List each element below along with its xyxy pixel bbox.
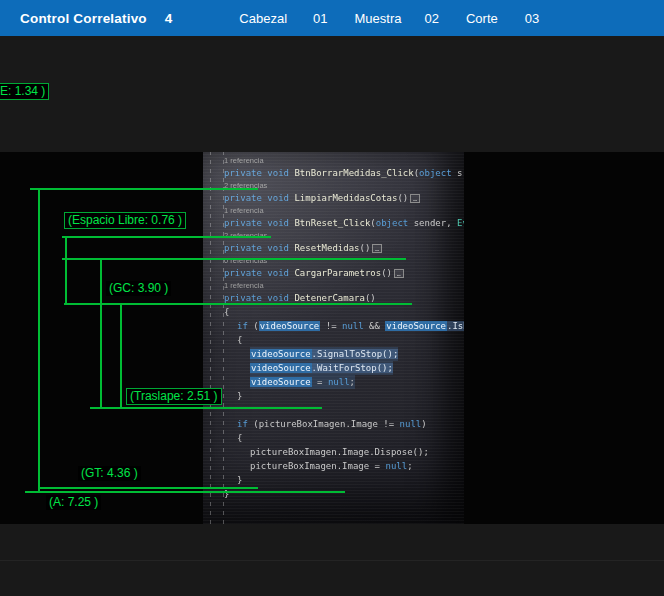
code-line: { bbox=[211, 431, 464, 445]
measurement-label-e: (E: 1.34 ) bbox=[0, 83, 49, 100]
code-line: 0 referencias bbox=[211, 255, 464, 266]
code-line: if (videoSource != null && videoSource.I… bbox=[211, 319, 464, 333]
bottom-divider bbox=[0, 560, 664, 561]
measurement-label-gt: (GT: 4.36 ) bbox=[78, 466, 141, 481]
code-line: private void BtnReset_Click(object sende… bbox=[211, 216, 464, 230]
code-line: videoSource = null; bbox=[211, 375, 464, 389]
field-value-cabezal: 01 bbox=[313, 11, 327, 26]
measurement-label-traslape: (Traslape: 2.51 ) bbox=[126, 388, 222, 405]
code-line: 1 referencia bbox=[211, 155, 464, 166]
code-line: pictureBoxImagen.Image.Dispose(); bbox=[211, 445, 464, 459]
code-line: } bbox=[211, 487, 464, 501]
measurement-label-a: (A: 7.25 ) bbox=[46, 495, 101, 510]
measurement-line bbox=[120, 303, 122, 407]
code-line: private void ResetMedidas()… bbox=[211, 241, 464, 255]
code-line: } bbox=[211, 473, 464, 487]
measurement-line bbox=[38, 188, 40, 491]
field-label-cabezal: Cabezal bbox=[239, 11, 287, 26]
app-title: Control Correlativo bbox=[20, 11, 147, 26]
measurement-label-gc: (GC: 3.90 ) bbox=[106, 281, 171, 296]
measurement-label-espacio-libre: (Espacio Libre: 0.76 ) bbox=[64, 212, 186, 229]
measurement-stage: 1 referenciaprivate void BtnBorrarMedida… bbox=[0, 36, 664, 596]
code-line: videoSource.SignalToStop(); bbox=[211, 347, 464, 361]
code-line: 1 referencia bbox=[211, 205, 464, 216]
code-line: private void CargarParametros()… bbox=[211, 266, 464, 280]
field-value-corte: 03 bbox=[525, 11, 539, 26]
measurement-line bbox=[90, 407, 322, 409]
measurement-line bbox=[65, 236, 67, 305]
code-line: { bbox=[211, 333, 464, 347]
measurement-line bbox=[62, 236, 271, 238]
code-line bbox=[211, 403, 464, 417]
code-lines: 1 referenciaprivate void BtnBorrarMedida… bbox=[211, 155, 464, 501]
code-line: { bbox=[211, 305, 464, 319]
measurement-line bbox=[38, 487, 258, 489]
code-line: if (pictureBoxImagen.Image != null) bbox=[211, 417, 464, 431]
field-label-muestra: Muestra bbox=[355, 11, 402, 26]
field-value-muestra: 02 bbox=[424, 11, 438, 26]
measurement-line bbox=[62, 258, 406, 260]
measurement-line bbox=[30, 188, 258, 190]
measurement-line bbox=[64, 303, 412, 305]
correlative-number: 4 bbox=[165, 11, 173, 26]
code-line: } bbox=[211, 389, 464, 403]
code-line: private void BtnBorrarMedidas_Click(obje… bbox=[211, 166, 464, 180]
code-line: private void LimpiarMedidasCotas()… bbox=[211, 191, 464, 205]
code-line: 1 referencia bbox=[211, 280, 464, 291]
measurement-line bbox=[25, 491, 345, 493]
code-line: videoSource.WaitForStop(); bbox=[211, 361, 464, 375]
app-header: Control Correlativo 4 Cabezal 01 Muestra… bbox=[0, 0, 664, 36]
measurement-line bbox=[100, 258, 102, 407]
code-line: pictureBoxImagen.Image = null; bbox=[211, 459, 464, 473]
monitor-photo: 1 referenciaprivate void BtnBorrarMedida… bbox=[203, 152, 464, 524]
field-label-corte: Corte bbox=[466, 11, 498, 26]
